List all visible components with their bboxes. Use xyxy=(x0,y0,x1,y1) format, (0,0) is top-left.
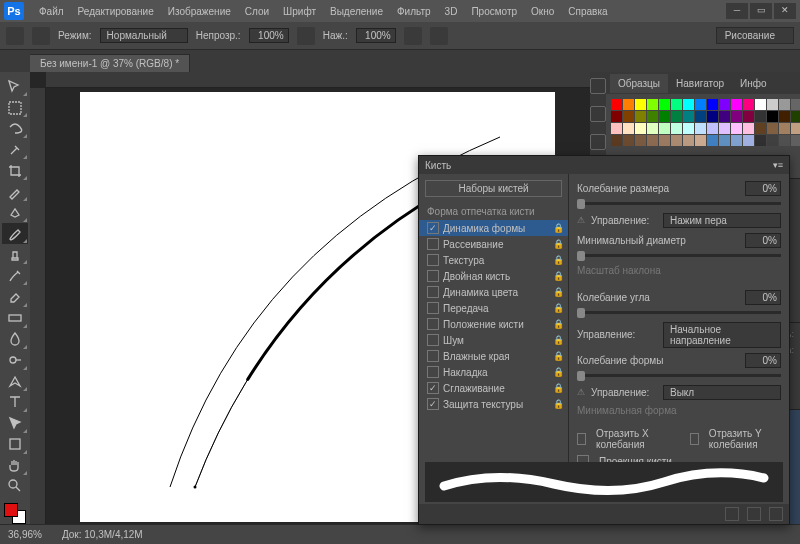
brush-option-динамика-формы[interactable]: ✓Динамика формы🔒 xyxy=(419,220,568,236)
layers-icon[interactable] xyxy=(590,134,606,150)
swatch[interactable] xyxy=(695,135,706,146)
lock-icon[interactable]: 🔒 xyxy=(553,271,564,281)
pressure-opacity-icon[interactable] xyxy=(297,27,315,45)
brush-tip-section[interactable]: Форма отпечатка кисти xyxy=(419,203,568,220)
swatch[interactable] xyxy=(707,135,718,146)
swatch[interactable] xyxy=(659,135,670,146)
brush-option-положение-кисти[interactable]: Положение кисти🔒 xyxy=(419,316,568,332)
swatch[interactable] xyxy=(743,135,754,146)
lock-icon[interactable]: 🔒 xyxy=(553,255,564,265)
wand-tool[interactable] xyxy=(2,139,28,160)
brush-panel-header[interactable]: Кисть ▾≡ xyxy=(419,156,789,174)
tab-info[interactable]: Инфо xyxy=(732,74,775,93)
swatch[interactable] xyxy=(659,123,670,134)
new-brush-icon[interactable] xyxy=(747,507,761,521)
opacity-input[interactable]: 100% xyxy=(249,28,289,43)
swatch[interactable] xyxy=(671,99,682,110)
lock-icon[interactable]: 🔒 xyxy=(553,303,564,313)
swatch[interactable] xyxy=(755,111,766,122)
checkbox[interactable] xyxy=(427,238,439,250)
size-control-select[interactable]: Нажим пера xyxy=(663,213,781,228)
lock-icon[interactable]: 🔒 xyxy=(553,351,564,361)
brush-option-влажные-края[interactable]: Влажные края🔒 xyxy=(419,348,568,364)
crop-tool[interactable] xyxy=(2,160,28,181)
checkbox[interactable] xyxy=(427,270,439,282)
swatch[interactable] xyxy=(767,123,778,134)
angle-jitter-input[interactable]: 0% xyxy=(745,290,781,305)
pressure-size-icon[interactable] xyxy=(430,27,448,45)
swatch[interactable] xyxy=(623,111,634,122)
checkbox[interactable] xyxy=(427,254,439,266)
move-tool[interactable] xyxy=(2,76,28,97)
swatch[interactable] xyxy=(611,111,622,122)
brush-option-шум[interactable]: Шум🔒 xyxy=(419,332,568,348)
ruler-vertical[interactable] xyxy=(30,88,46,524)
dodge-tool[interactable] xyxy=(2,350,28,371)
swatch[interactable] xyxy=(647,111,658,122)
swatch[interactable] xyxy=(611,99,622,110)
lock-icon[interactable]: 🔒 xyxy=(553,383,564,393)
swatch[interactable] xyxy=(731,99,742,110)
checkbox[interactable] xyxy=(427,302,439,314)
swatch[interactable] xyxy=(647,135,658,146)
swatches-grid[interactable] xyxy=(606,94,800,151)
swatch[interactable] xyxy=(707,111,718,122)
swatch[interactable] xyxy=(755,135,766,146)
swatch[interactable] xyxy=(791,135,800,146)
swatch[interactable] xyxy=(683,123,694,134)
checkbox[interactable]: ✓ xyxy=(427,382,439,394)
swatch[interactable] xyxy=(683,99,694,110)
size-jitter-slider[interactable] xyxy=(577,202,781,205)
tool-preset-icon[interactable] xyxy=(6,27,24,45)
swatch[interactable] xyxy=(767,99,778,110)
swatch[interactable] xyxy=(707,123,718,134)
swatch[interactable] xyxy=(659,99,670,110)
swatch[interactable] xyxy=(695,123,706,134)
swatch[interactable] xyxy=(731,123,742,134)
brush-presets-button[interactable]: Наборы кистей xyxy=(425,180,562,197)
menu-окно[interactable]: Окно xyxy=(524,3,561,20)
blend-mode-select[interactable]: Нормальный xyxy=(100,28,188,43)
color-swatches[interactable] xyxy=(4,503,26,524)
healing-tool[interactable] xyxy=(2,202,28,223)
lock-icon[interactable]: 🔒 xyxy=(553,367,564,377)
eraser-tool[interactable] xyxy=(2,286,28,307)
angle-control-select[interactable]: Начальное направление xyxy=(663,322,781,348)
minimize-button[interactable]: ─ xyxy=(726,3,748,19)
swatch[interactable] xyxy=(731,111,742,122)
menu-справка[interactable]: Справка xyxy=(561,3,614,20)
swatch[interactable] xyxy=(611,123,622,134)
swatch[interactable] xyxy=(623,99,634,110)
brush-option-текстура[interactable]: Текстура🔒 xyxy=(419,252,568,268)
menu-шрифт[interactable]: Шрифт xyxy=(276,3,323,20)
swatch[interactable] xyxy=(671,111,682,122)
swatch[interactable] xyxy=(779,99,790,110)
fg-color[interactable] xyxy=(4,503,18,517)
lock-icon[interactable]: 🔒 xyxy=(553,287,564,297)
brush-option-защита-текстуры[interactable]: ✓Защита текстуры🔒 xyxy=(419,396,568,412)
type-tool[interactable] xyxy=(2,392,28,413)
swatch[interactable] xyxy=(659,111,670,122)
swatch[interactable] xyxy=(635,111,646,122)
swatch[interactable] xyxy=(755,123,766,134)
panel-menu-icon[interactable]: ▾≡ xyxy=(773,160,783,170)
brush-option-накладка[interactable]: Накладка🔒 xyxy=(419,364,568,380)
min-diam-slider[interactable] xyxy=(577,254,781,257)
menu-изображение[interactable]: Изображение xyxy=(161,3,238,20)
swatch[interactable] xyxy=(767,135,778,146)
swatch[interactable] xyxy=(671,123,682,134)
swatch[interactable] xyxy=(623,123,634,134)
swatch[interactable] xyxy=(695,111,706,122)
swatch[interactable] xyxy=(779,135,790,146)
swatch[interactable] xyxy=(719,99,730,110)
menu-просмотр[interactable]: Просмотр xyxy=(464,3,524,20)
tab-swatches[interactable]: Образцы xyxy=(610,74,668,93)
round-jitter-input[interactable]: 0% xyxy=(745,353,781,368)
marquee-tool[interactable] xyxy=(2,97,28,118)
stamp-tool[interactable] xyxy=(2,244,28,265)
swatch[interactable] xyxy=(743,123,754,134)
swatch[interactable] xyxy=(635,99,646,110)
menu-редактирование[interactable]: Редактирование xyxy=(71,3,161,20)
flipx-checkbox[interactable] xyxy=(577,433,586,445)
airbrush-icon[interactable] xyxy=(404,27,422,45)
